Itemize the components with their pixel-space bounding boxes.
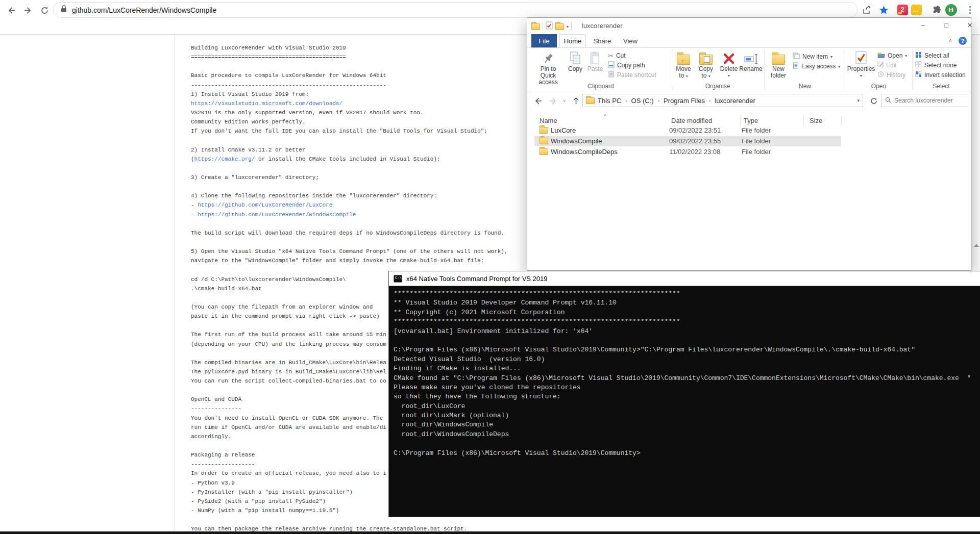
paste-shortcut-icon — [608, 71, 615, 79]
doc-link[interactable]: https://cmake.org/ — [194, 156, 255, 162]
paste-shortcut-button[interactable]: Paste shortcut — [608, 70, 656, 80]
breadcrumb-separator-icon[interactable]: › — [655, 98, 663, 104]
column-header-type[interactable]: Type — [744, 117, 758, 124]
file-row-windowscompile[interactable]: WindowsCompile09/02/2022 23:55File folde… — [534, 136, 841, 146]
paste-button[interactable]: Paste — [585, 49, 605, 72]
tab-share[interactable]: Share — [590, 34, 615, 47]
file-row-windowscompiledeps[interactable]: WindowsCompileDeps11/02/2022 23:08File f… — [534, 146, 841, 157]
delete-button[interactable]: Delete ▾ — [719, 49, 739, 79]
up-icon[interactable] — [570, 95, 581, 107]
select-none-button[interactable]: Select none — [915, 61, 957, 70]
properties-button[interactable]: Properties ▾ — [847, 49, 875, 79]
breadcrumb-item[interactable]: This PC — [598, 97, 621, 105]
cmd-icon — [394, 275, 402, 283]
qat-dropdown-icon[interactable]: ▾ — [567, 24, 569, 29]
open-button[interactable]: Open ▾ — [877, 51, 907, 60]
rename-button[interactable]: Rename — [739, 49, 763, 72]
history-button[interactable]: History — [877, 70, 905, 80]
refresh-icon[interactable] — [868, 95, 879, 107]
scroll-up-arrow-icon[interactable] — [974, 244, 979, 247]
browser-menu-icon[interactable] — [964, 4, 976, 16]
back-icon[interactable] — [4, 4, 17, 17]
tab-home[interactable]: Home — [559, 34, 586, 47]
select-all-button[interactable]: Select all — [915, 51, 949, 60]
new-item-button[interactable]: New item ▾ — [793, 52, 832, 61]
terminal-titlebar[interactable]: x64 Native Tools Command Prompt for VS 2… — [389, 271, 980, 286]
new-folder-button[interactable]: New folder — [767, 49, 790, 79]
invert-selection-button[interactable]: Invert selection — [915, 70, 966, 80]
copy-button[interactable]: Copy — [566, 49, 584, 72]
file-explorer-window: ▾ luxcorerender – □ ✕ ˄ ? FileHomeShareV… — [527, 17, 971, 271]
address-dropdown-icon[interactable]: ▾ — [857, 98, 860, 103]
cut-button[interactable]: ✂ Cut — [608, 51, 626, 60]
extension-dots-icon[interactable]: ... — [910, 4, 922, 16]
pin-to-quick-access-button[interactable]: Pin to Quick access — [532, 49, 564, 86]
tab-view[interactable]: View — [619, 34, 642, 47]
doc-link[interactable]: https://github.com/LuxCoreRender/Windows… — [198, 212, 356, 218]
breadcrumb-separator-icon[interactable]: › — [622, 98, 630, 104]
extension-2-icon[interactable]: 2 — [896, 4, 909, 16]
paste-icon — [590, 49, 600, 65]
page-scrollbar[interactable] — [971, 35, 980, 271]
properties-quick-icon[interactable] — [546, 21, 553, 32]
easy-access-button[interactable]: Easy access ▾ — [793, 62, 840, 71]
collapse-ribbon-icon[interactable]: ˄ — [949, 38, 952, 43]
breadcrumb-item[interactable]: Program Files — [664, 97, 705, 105]
column-separator[interactable] — [740, 116, 741, 126]
terminal-line: root_dir\LuxMark (optional) — [394, 411, 980, 420]
breadcrumb-separator-icon[interactable]: › — [706, 98, 714, 104]
copy-to-button[interactable]: Copy to ▾ — [695, 49, 717, 80]
address-breadcrumb-box[interactable]: This PC›OS (C:)›Program Files›luxcoreren… — [582, 94, 863, 107]
folder-icon — [540, 148, 548, 155]
move-to-button[interactable]: ← Move to ▾ — [673, 49, 694, 80]
ribbon-tabs: ˄ ? FileHomeShareView — [527, 34, 971, 47]
minimize-button[interactable]: – — [914, 19, 932, 31]
search-placeholder: Search luxcorerender — [894, 97, 953, 104]
doc-text: - NumPy (with a "pip install numpy==1.19… — [191, 507, 339, 514]
copy-path-button[interactable]: Copy path — [608, 61, 645, 70]
column-separator[interactable] — [803, 116, 804, 126]
cut-icon: ✂ — [608, 52, 614, 60]
explorer-forward-icon[interactable] — [548, 95, 559, 107]
file-date: 09/02/2022 23:55 — [669, 137, 721, 145]
doc-link[interactable]: https://github.com/LuxCoreRender/LuxCore — [198, 202, 332, 208]
close-button[interactable]: ✕ — [961, 19, 978, 31]
terminal-line: ** Copyright (c) 2021 Microsoft Corporat… — [394, 308, 980, 317]
breadcrumb: This PC›OS (C:)›Program Files›luxcoreren… — [598, 97, 755, 105]
extensions-puzzle-icon[interactable] — [930, 4, 943, 16]
breadcrumb-item[interactable]: OS (C:) — [631, 97, 654, 105]
move-to-icon: ← — [677, 49, 690, 65]
doc-text: .\cmake-build-x64.bat — [191, 286, 262, 292]
help-icon[interactable]: ? — [959, 37, 967, 45]
column-header-name[interactable]: Name — [540, 117, 557, 124]
bookmark-star-icon[interactable] — [877, 4, 890, 16]
breadcrumb-item[interactable]: luxcorerender — [715, 97, 755, 105]
tab-file[interactable]: File — [531, 34, 557, 47]
doc-text: The build script will download the requi… — [191, 230, 504, 236]
new-folder-quick-icon[interactable] — [555, 23, 564, 30]
doc-text: If you don't want the full IDE you can a… — [191, 128, 487, 134]
file-row-luxcore[interactable]: LuxCore09/02/2022 23:51File folder — [534, 125, 841, 136]
search-input[interactable]: Search luxcorerender — [881, 94, 967, 107]
explorer-titlebar[interactable]: ▾ luxcorerender – □ ✕ — [527, 18, 971, 34]
doc-text: The compiled binaries are in Build_CMake… — [191, 360, 386, 366]
invert-selection-icon — [915, 71, 922, 79]
share-icon[interactable] — [861, 4, 873, 16]
edit-icon — [877, 61, 884, 69]
profile-avatar[interactable]: H — [945, 4, 957, 16]
doc-link[interactable]: https://visualstudio.microsoft.com/downl… — [191, 100, 342, 107]
address-toolbar: ˅ This PC›OS (C:)›Program Files›luxcorer… — [527, 91, 971, 110]
terminal-line: C:\Program Files (x86)\Microsoft Visual … — [394, 449, 980, 458]
column-header-size[interactable]: Size — [810, 117, 822, 124]
recent-locations-icon[interactable]: ˅ — [559, 95, 570, 107]
padlock-icon — [61, 5, 67, 15]
forward-icon[interactable] — [21, 4, 35, 17]
column-separator[interactable] — [841, 116, 842, 126]
column-header-date-modified[interactable]: Date modified — [671, 117, 712, 124]
reload-icon[interactable] — [38, 4, 51, 17]
terminal-output[interactable]: ****************************************… — [389, 286, 980, 458]
explorer-back-icon[interactable] — [532, 95, 544, 107]
edit-button[interactable]: Edit — [877, 61, 897, 70]
maximize-button[interactable]: □ — [938, 19, 955, 31]
address-bar[interactable]: github.com/LuxCoreRender/WindowsCompile — [53, 2, 857, 18]
